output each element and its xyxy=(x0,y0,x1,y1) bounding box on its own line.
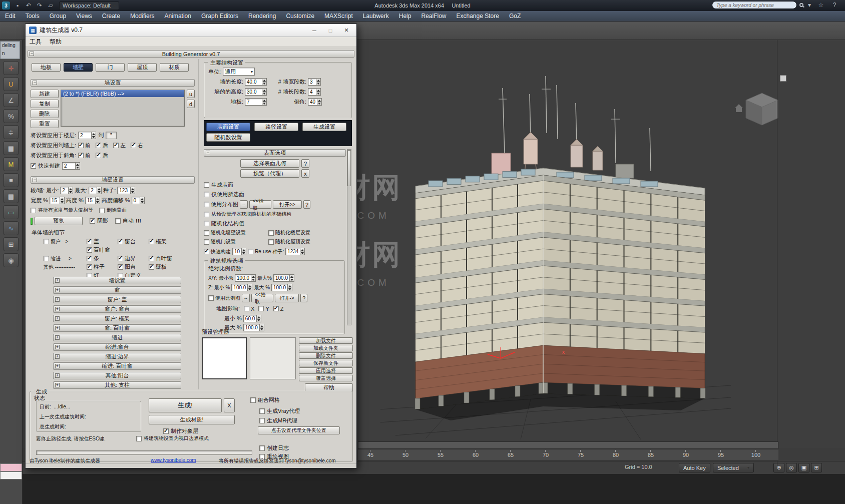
pillar-checkbox[interactable] xyxy=(87,264,92,270)
viewport-bound-checkbox[interactable] xyxy=(136,436,142,441)
frame-checkbox[interactable] xyxy=(149,239,154,244)
cap-checkbox[interactable] xyxy=(87,239,92,244)
selection-filter-dropdown[interactable]: Selected▾ xyxy=(713,463,754,472)
material-side-icon[interactable]: ◉ xyxy=(4,253,19,267)
wall-list-action-button[interactable]: 新建 xyxy=(31,90,59,98)
influence-z-checkbox[interactable] xyxy=(273,306,279,311)
ribbon-tab-polygon-model[interactable]: n Model xyxy=(2,50,20,59)
wall-side-checkbox[interactable] xyxy=(113,143,119,148)
3dsmax-logo-icon[interactable]: 3 xyxy=(2,2,10,10)
tools-menu[interactable]: 工具 xyxy=(30,38,42,46)
surface-help-button[interactable]: ? xyxy=(301,159,309,168)
wall-settings-list[interactable]: (2 to *) (FBLR) (fBbB) --> xyxy=(61,90,185,127)
tab-floor[interactable]: 地板 xyxy=(32,63,61,72)
quick-build-spinner[interactable]: 10 xyxy=(232,248,246,255)
maxscript-listener-white[interactable] xyxy=(0,471,22,479)
mirror-tool-icon[interactable]: M xyxy=(4,157,19,171)
border-checkbox[interactable] xyxy=(118,256,123,261)
redo-icon[interactable]: ↷ xyxy=(35,2,44,10)
structure-segments-spinner[interactable]: 4 xyxy=(308,88,321,96)
move-up-button[interactable]: u xyxy=(187,90,195,98)
wall-group-header[interactable]: 墙设置 xyxy=(31,79,195,87)
menu-item[interactable]: Create xyxy=(97,12,125,21)
seg-seed-spinner[interactable]: 123 xyxy=(117,187,135,194)
xy-min-spinner[interactable]: 100.0 xyxy=(235,274,256,282)
width-spinner[interactable]: 15 xyxy=(50,197,65,204)
menu-item[interactable]: Modifiers xyxy=(125,12,160,21)
bevel-side-checkbox[interactable] xyxy=(78,153,84,158)
save-icon[interactable]: ▪ xyxy=(13,2,22,10)
inset-lead-checkbox[interactable] xyxy=(44,256,49,261)
z-min-spinner[interactable]: 100.0 xyxy=(231,284,252,291)
sill-checkbox[interactable] xyxy=(118,239,123,244)
generate-material-button[interactable]: 生成材质! xyxy=(149,415,235,424)
tab-generate-settings[interactable]: 生成设置 xyxy=(302,123,346,131)
map-help-button[interactable]: ? xyxy=(303,200,310,209)
collapsed-rollout-header[interactable]: 窗户: 框架 xyxy=(53,315,181,322)
select-filter-icon[interactable]: ✛ xyxy=(4,61,19,75)
expand-icon[interactable] xyxy=(55,383,60,387)
wall-settings-header[interactable]: 墙壁设置 xyxy=(31,176,195,184)
seg-max-spinner[interactable]: 2 xyxy=(89,187,102,194)
shadow-checkbox[interactable] xyxy=(90,218,95,224)
edit-named-selection-icon[interactable]: ▦ xyxy=(4,141,19,155)
menu-item[interactable]: MAXScript xyxy=(319,12,358,21)
expand-icon[interactable] xyxy=(55,326,60,330)
time-slider[interactable] xyxy=(358,441,778,449)
angle-snap-icon[interactable]: ∠ xyxy=(4,93,19,107)
expand-icon[interactable] xyxy=(55,335,60,340)
menu-item[interactable]: Tools xyxy=(21,12,45,21)
menu-item[interactable]: Animation xyxy=(160,12,196,21)
influence-x-checkbox[interactable] xyxy=(244,306,249,311)
make-object-layer-checkbox[interactable] xyxy=(163,428,169,434)
wall-side-checkbox[interactable] xyxy=(78,143,84,148)
tab-roof[interactable]: 屋顶 xyxy=(128,63,157,72)
scale-map-open-button[interactable]: 打开-> xyxy=(275,294,299,302)
collapse-icon[interactable] xyxy=(33,178,37,182)
randomize-door-checkbox[interactable] xyxy=(204,239,209,245)
collapse-icon[interactable] xyxy=(30,52,34,56)
help-menu[interactable]: 帮助 xyxy=(50,38,62,46)
viewcube[interactable] xyxy=(731,85,786,133)
xy-max-spinner[interactable]: 100.0 xyxy=(273,274,294,282)
mr-proxy-checkbox[interactable] xyxy=(259,418,265,423)
randomize-floor-checkbox[interactable] xyxy=(268,230,274,236)
windows-lead-checkbox[interactable] xyxy=(44,239,49,244)
tab-door[interactable]: 门 xyxy=(96,63,125,72)
main-rollout-header[interactable]: Building Generator v0.7 xyxy=(28,50,354,58)
search-icon[interactable] xyxy=(799,3,803,7)
minimize-button[interactable]: ─ xyxy=(308,26,321,35)
dialog-titlebar[interactable]: ▦ 建筑生成器 v0.7 ─ □ ✕ xyxy=(26,24,356,37)
tab-wall[interactable]: 墙壁 xyxy=(64,63,93,72)
wall-settings-list-item[interactable]: (2 to *) (FBLR) (fBbB) --> xyxy=(61,90,184,97)
maximize-viewport-icon[interactable]: ⊞ xyxy=(811,463,822,472)
expand-icon[interactable] xyxy=(55,373,60,378)
collapsed-rollout-header[interactable]: 窗 xyxy=(53,286,181,294)
close-button[interactable]: ✕ xyxy=(340,26,353,35)
collapsed-rollout-header[interactable]: 墙设置 xyxy=(53,277,181,284)
zoom-icon[interactable]: ⊕ xyxy=(773,463,784,472)
randomize-roof-checkbox[interactable] xyxy=(268,239,274,245)
spinner-snap-icon[interactable]: ≑ xyxy=(4,125,19,139)
floor-to-field[interactable]: * xyxy=(106,132,117,139)
create-log-checkbox[interactable] xyxy=(259,445,265,451)
abort-button[interactable]: X xyxy=(224,398,235,412)
scale-map-clear-button[interactable]: -- xyxy=(242,294,250,302)
reuse-checkbox[interactable] xyxy=(248,249,253,254)
collapsed-rollout-header[interactable]: 缩进: 百叶窗 xyxy=(53,362,181,370)
combine-mesh-checkbox[interactable] xyxy=(250,397,256,403)
help-icon[interactable]: ? xyxy=(830,1,839,9)
from-preset-checkbox[interactable] xyxy=(204,212,209,217)
wall-list-action-button[interactable]: 删除 xyxy=(31,110,59,118)
siding-checkbox[interactable] xyxy=(149,264,154,270)
surface-seed-spinner[interactable]: 1234 xyxy=(285,248,305,255)
maxscript-listener-pink[interactable] xyxy=(0,463,22,471)
toggle-ribbon-icon[interactable]: ▭ xyxy=(4,205,19,219)
quick-create-checkbox[interactable] xyxy=(31,163,36,169)
randomize-wall-checkbox[interactable] xyxy=(204,230,209,236)
preview-close-button[interactable]: x xyxy=(301,169,309,178)
ribbon-collapsed-tabs[interactable]: deling n Model xyxy=(0,41,20,59)
menu-item[interactable]: Edit xyxy=(0,12,21,21)
expand-icon[interactable] xyxy=(55,297,60,302)
menu-item[interactable]: Exchange Store xyxy=(451,12,504,21)
